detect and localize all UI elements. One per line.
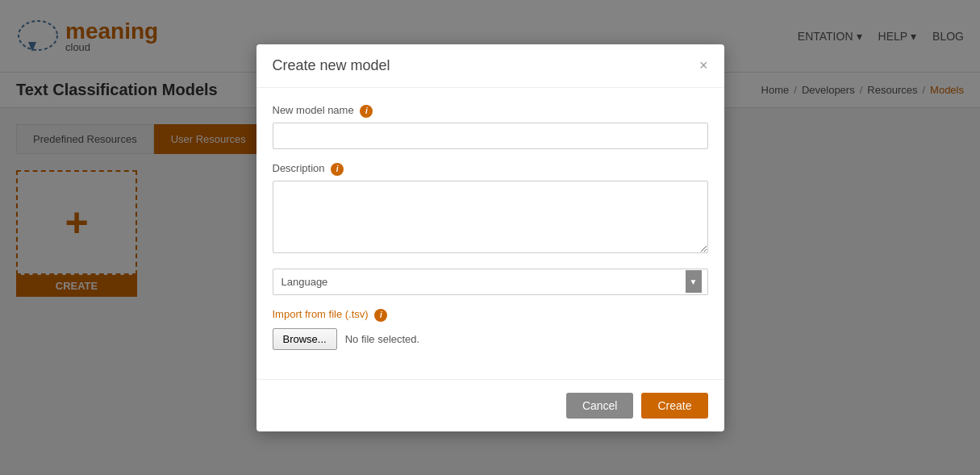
modal-body: New model name i Description i Language <box>256 88 724 379</box>
language-select[interactable]: Language English Spanish French German <box>273 269 708 295</box>
modal-overlay: Create new model × New model name i Desc… <box>0 0 980 475</box>
modal-footer: Cancel Create <box>256 379 724 431</box>
import-info-icon[interactable]: i <box>374 309 387 322</box>
import-label: Import from file (.tsv) i <box>273 308 708 322</box>
model-name-label: New model name i <box>273 104 708 118</box>
modal-header: Create new model × <box>256 44 724 88</box>
description-info-icon[interactable]: i <box>331 163 344 176</box>
file-area: Browse... No file selected. <box>273 328 708 350</box>
modal-title: Create new model <box>273 57 390 74</box>
model-name-group: New model name i <box>273 104 708 149</box>
model-name-info-icon[interactable]: i <box>360 105 373 118</box>
description-label: Description i <box>273 162 708 176</box>
language-select-wrapper: Language English Spanish French German ▼ <box>273 269 708 295</box>
browse-button[interactable]: Browse... <box>273 328 337 350</box>
language-group: Language English Spanish French German ▼ <box>273 269 708 295</box>
create-button[interactable]: Create <box>641 393 707 419</box>
import-file-group: Import from file (.tsv) i Browse... No f… <box>273 308 708 350</box>
file-status: No file selected. <box>345 333 420 345</box>
description-group: Description i <box>273 162 708 256</box>
description-input[interactable] <box>273 181 708 253</box>
model-name-input[interactable] <box>273 123 708 149</box>
create-model-modal: Create new model × New model name i Desc… <box>256 44 724 431</box>
cancel-button[interactable]: Cancel <box>566 393 634 419</box>
modal-close-button[interactable]: × <box>699 58 708 73</box>
